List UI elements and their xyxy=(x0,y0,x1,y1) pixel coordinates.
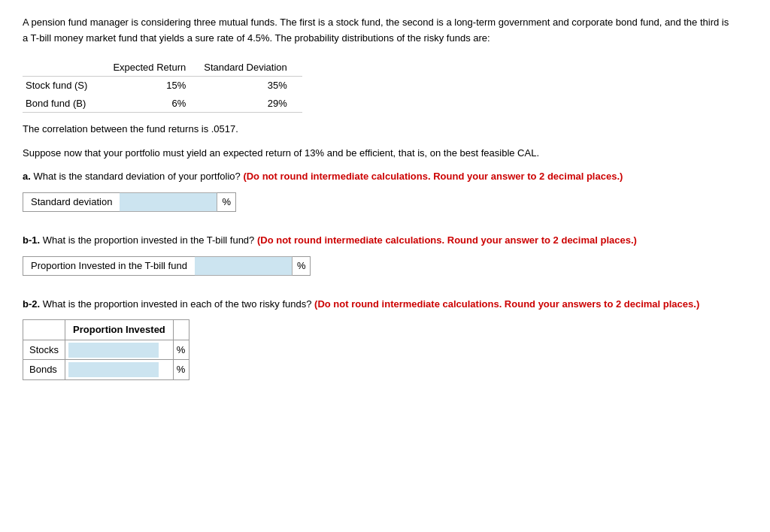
stock-fund-label: Stock fund (S) xyxy=(23,77,110,95)
table-row: Stocks % xyxy=(23,340,189,360)
stocks-pct-cell: % xyxy=(173,340,189,360)
question-a-block: a. What is the standard deviation of you… xyxy=(23,169,747,212)
question-b2-block: b-2. What is the proportion invested in … xyxy=(23,297,747,380)
question-b1-red: (Do not round intermediate calculations.… xyxy=(257,234,637,246)
proportion-invested-header: Proportion Invested xyxy=(65,320,174,340)
question-a-label: a. What is the standard deviation of you… xyxy=(23,169,737,185)
std-dev-label: Standard deviation xyxy=(31,195,112,210)
tbill-pct: % xyxy=(293,256,311,276)
bond-fund-label: Bond fund (B) xyxy=(23,95,110,113)
proportion-empty-header xyxy=(23,320,65,340)
question-b2-red: (Do not round intermediate calculations.… xyxy=(314,298,699,310)
bonds-label: Bonds xyxy=(23,360,65,380)
fund-data-table: Expected Return Standard Deviation Stock… xyxy=(23,59,302,113)
question-a-red: (Do not round intermediate calculations.… xyxy=(243,171,623,182)
tbill-pct-label: % xyxy=(297,258,306,274)
bonds-input-cell xyxy=(65,360,174,380)
proportion-table: Proportion Invested Stocks % Bonds xyxy=(23,319,189,380)
std-dev-input-row: Standard deviation % xyxy=(23,192,747,212)
proportion-pct-header xyxy=(173,320,189,340)
std-dev-pct: % xyxy=(217,192,236,212)
stocks-pct-label: % xyxy=(177,344,186,355)
table-row: Stock fund (S) 15% 35% xyxy=(23,77,302,95)
std-dev-header: Standard Deviation xyxy=(201,59,302,77)
stocks-proportion-input[interactable] xyxy=(68,343,159,358)
bond-std-dev: 29% xyxy=(201,95,302,113)
question-b1-bold: b-1. xyxy=(23,234,40,246)
tbill-label: Proportion Invested in the T-bill fund xyxy=(31,258,187,274)
bond-expected-return: 6% xyxy=(110,95,201,113)
table-row: Bond fund (B) 6% 29% xyxy=(23,95,302,113)
bonds-pct-label: % xyxy=(177,364,186,375)
suppose-text: Suppose now that your portfolio must yie… xyxy=(23,146,747,161)
question-b1-label: b-1. What is the proportion invested in … xyxy=(23,233,737,249)
expected-return-header: Expected Return xyxy=(110,59,201,77)
question-b1-normal: What is the proportion invested in the T… xyxy=(40,234,254,246)
stock-std-dev: 35% xyxy=(201,77,302,95)
std-dev-input[interactable] xyxy=(120,192,217,212)
question-b2-normal: What is the proportion invested in each … xyxy=(40,298,311,310)
std-pct-label: % xyxy=(222,195,231,210)
bonds-proportion-input[interactable] xyxy=(68,362,159,377)
stocks-input-cell xyxy=(65,340,174,360)
intro-paragraph: A pension fund manager is considering th… xyxy=(23,15,737,47)
tbill-input[interactable] xyxy=(195,256,293,276)
stock-expected-return: 15% xyxy=(110,77,201,95)
table-row: Bonds % xyxy=(23,360,189,380)
question-a-bold: a. xyxy=(23,171,31,182)
question-b2-label: b-2. What is the proportion invested in … xyxy=(23,297,737,313)
question-b1-block: b-1. What is the proportion invested in … xyxy=(23,233,747,276)
bonds-pct-cell: % xyxy=(173,360,189,380)
correlation-text: The correlation between the fund returns… xyxy=(23,122,747,137)
std-dev-label-box: Standard deviation xyxy=(23,192,120,212)
table-empty-header xyxy=(23,59,110,77)
question-a-normal: What is the standard deviation of your p… xyxy=(31,171,241,182)
tbill-input-row: Proportion Invested in the T-bill fund % xyxy=(23,256,747,276)
tbill-label-box: Proportion Invested in the T-bill fund xyxy=(23,256,195,276)
question-b2-bold: b-2. xyxy=(23,298,40,310)
stocks-label: Stocks xyxy=(23,340,65,360)
